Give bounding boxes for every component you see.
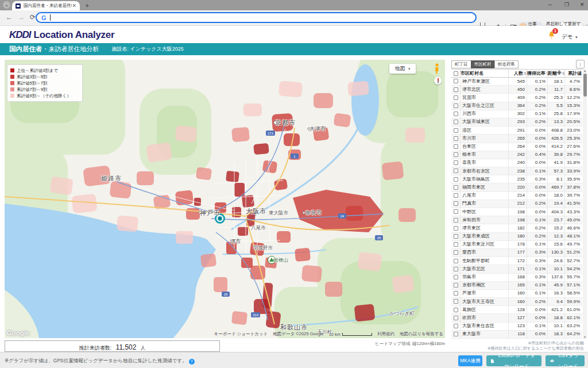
help-icon[interactable]: ? xyxy=(189,359,195,365)
table-row[interactable]: 福岡市東区 220 0.0% 469.7 37.8% xyxy=(451,183,582,191)
tab-search-chevron-icon[interactable]: ⌄ xyxy=(3,1,10,9)
row-checkbox[interactable] xyxy=(454,316,458,320)
csv-download-button[interactable]: CSVダウンロード xyxy=(546,355,585,366)
mka-link-button[interactable]: MKA連携 xyxy=(458,355,482,366)
window-restore-button[interactable]: ❐ xyxy=(564,1,569,9)
row-checkbox[interactable] xyxy=(454,299,458,304)
panel-collapse-button[interactable]: ↓ xyxy=(576,60,585,68)
notification-bell-icon[interactable]: 1 xyxy=(547,30,556,40)
row-checkbox[interactable] xyxy=(454,87,458,92)
terms-link[interactable]: 利用規約 xyxy=(377,331,394,337)
table-row[interactable]: 台東区 264 0.0% 414.2 27.6% xyxy=(451,143,582,151)
excel-report-download-button[interactable]: Excelレポートダウンロード xyxy=(486,355,541,366)
tab-close-icon[interactable]: ✕ xyxy=(72,3,76,9)
table-row[interactable]: 大阪市東淀川区 178 0.1% 15.6 49.7% xyxy=(451,241,582,249)
row-checkbox[interactable] xyxy=(454,112,458,116)
table-row[interactable]: 奈良市 240 0.0% 41.9 31.8% xyxy=(451,159,582,167)
new-tab-button[interactable]: ＋ xyxy=(84,1,90,9)
row-checkbox[interactable] xyxy=(454,120,458,124)
table-row[interactable]: 生駒郡平群町 172 0.3% 24.6 52.7% xyxy=(451,257,582,265)
map-type-button[interactable]: 地図 xyxy=(389,64,416,74)
row-checkbox[interactable] xyxy=(454,218,458,223)
table-row[interactable]: 橋本市 242 0.4% 39.8 29.7% xyxy=(451,151,582,159)
table-row[interactable]: 大阪市東成区 180 0.2% 12.3 48.1% xyxy=(451,233,582,241)
table-row[interactable]: 市川市 265 0.0% 426.5 25.3% xyxy=(451,135,582,143)
table-row[interactable]: 八尾市 214 0.0% 18.0 39.7% xyxy=(451,192,582,200)
window-close-button[interactable]: ✕ xyxy=(580,1,585,9)
row-checkbox[interactable] xyxy=(454,193,458,198)
granularity-tab[interactable]: 町丁目 xyxy=(451,60,471,68)
table-row[interactable]: 葛飾区 128 0.0% 421.2 61.0% xyxy=(451,306,582,314)
table-row[interactable]: 大阪市東住吉区 123 0.1% 10.1 63.2% xyxy=(451,323,582,331)
table-row[interactable]: 門真市 212 0.2% 19.4 41.5% xyxy=(451,200,582,208)
row-checkbox[interactable] xyxy=(454,95,458,100)
row-checkbox[interactable] xyxy=(454,242,458,247)
column-header-distance[interactable]: 距離※⇅ xyxy=(548,69,565,78)
row-checkbox[interactable] xyxy=(454,201,458,206)
row-checkbox[interactable] xyxy=(454,160,458,165)
table-row[interactable]: 愛西市 177 0.3% 130.3 51.2% xyxy=(451,249,582,257)
row-checkbox[interactable] xyxy=(454,234,458,239)
row-checkbox[interactable] xyxy=(454,291,458,296)
granularity-tab[interactable]: 都道府県 xyxy=(494,60,519,68)
row-checkbox[interactable] xyxy=(454,103,458,108)
column-header-ratio[interactable]: 獲得比率⇅ xyxy=(527,69,548,78)
window-minimize-button[interactable]: ─ xyxy=(548,1,552,9)
column-header-name[interactable]: 市区町村名 xyxy=(461,69,509,78)
table-row[interactable]: 川西市 302 0.1% 25.8 17.9% xyxy=(451,110,582,118)
forward-icon[interactable]: → xyxy=(18,13,25,21)
table-row[interactable]: 大阪市城東区 293 0.2% 13.3 20.5% xyxy=(451,118,582,126)
row-checkbox[interactable] xyxy=(454,275,458,279)
table-row[interactable]: 神戸市東灘区 545 0.1% 18.1 4.7% xyxy=(451,78,582,86)
table-row[interactable]: 芦屋市 160 0.1% 16.3 58.5% xyxy=(451,290,582,298)
table-row[interactable]: 京都市南区 165 0.1% 45.9 57.1% xyxy=(451,282,582,290)
row-checkbox[interactable] xyxy=(454,283,458,288)
table-row[interactable]: 大阪市福島区 235 0.3% 8.1 35.9% xyxy=(451,175,582,183)
table-row[interactable]: 大阪市天王寺区 160 0.2% 9.4 59.9% xyxy=(451,298,582,306)
user-menu[interactable]: デモ xyxy=(562,33,578,41)
table-row[interactable]: 岸和田市 198 0.1% 23.7 45.0% xyxy=(451,216,582,224)
select-all-checkbox[interactable] xyxy=(454,71,458,76)
compass-icon[interactable] xyxy=(434,77,442,85)
table-row[interactable]: 堺市東区 182 0.2% 15.2 46.6% xyxy=(451,224,582,232)
address-bar[interactable]: G xyxy=(36,12,477,23)
row-checkbox[interactable] xyxy=(454,332,458,336)
row-checkbox[interactable] xyxy=(454,185,458,190)
table-row[interactable]: 大阪市北区 171 0.1% 10.1 54.2% xyxy=(451,265,582,273)
row-checkbox[interactable] xyxy=(454,324,458,328)
table-row[interactable]: 東大阪市 118 0.0% 18.3 64.2% xyxy=(451,331,582,339)
row-checkbox[interactable] xyxy=(454,128,458,133)
row-checkbox[interactable] xyxy=(454,168,458,173)
table-row[interactable]: 港区 291 0.0% 408.8 23.0% xyxy=(451,126,582,135)
map-canvas[interactable]: 1 24 25 26 310 171 xyxy=(5,60,445,338)
row-checkbox[interactable] xyxy=(454,308,458,312)
granularity-tab[interactable]: 市区町村 xyxy=(471,60,495,68)
row-checkbox[interactable] xyxy=(454,79,458,83)
reload-icon[interactable]: ⟳ xyxy=(30,13,36,21)
browser-tab[interactable]: 国内居住者・来訪者居住地分析 ✕ xyxy=(12,1,80,10)
report-error-link[interactable]: 地図の誤りを報告する xyxy=(400,331,443,337)
table-row[interactable]: 大阪市住之江区 364 0.2% 5.5 15.3% xyxy=(451,102,582,110)
column-header-count[interactable]: 人数⇅ xyxy=(509,69,527,78)
table-row[interactable]: 吹田市 127 0.0% 18.8 62.1% xyxy=(451,314,582,322)
row-checkbox[interactable] xyxy=(454,144,458,149)
pegman-icon[interactable] xyxy=(434,63,440,77)
row-checkbox[interactable] xyxy=(454,226,458,231)
row-checkbox[interactable] xyxy=(454,177,458,182)
google-logo[interactable]: Google xyxy=(7,329,30,336)
row-checkbox[interactable] xyxy=(454,267,458,271)
row-checkbox[interactable] xyxy=(454,152,458,157)
column-header-cumulative[interactable]: 累計値 xyxy=(565,69,582,78)
row-checkbox[interactable] xyxy=(454,136,458,141)
scroll-down-icon[interactable]: ▼ xyxy=(583,335,587,339)
row-checkbox[interactable] xyxy=(454,259,458,263)
scroll-up-icon[interactable]: ▲ xyxy=(583,69,587,73)
table-row[interactable]: 中野区 198 0.0% 404.3 43.3% xyxy=(451,208,582,216)
keyboard-shortcuts-link[interactable]: キーボード ショートカット xyxy=(214,331,268,337)
scrollbar-thumb[interactable] xyxy=(583,74,587,97)
table-row[interactable]: 京都市右京区 238 0.1% 57.3 33.9% xyxy=(451,167,582,175)
table-row[interactable]: 箕面市 409 0.2% 25.3 12.2% xyxy=(451,94,582,102)
row-checkbox[interactable] xyxy=(454,209,458,214)
table-row[interactable]: 羽島市 168 0.3% 137.6 55.7% xyxy=(451,274,582,282)
table-row[interactable]: 堺市北区 450 0.2% 11.7 8.6% xyxy=(451,86,582,94)
